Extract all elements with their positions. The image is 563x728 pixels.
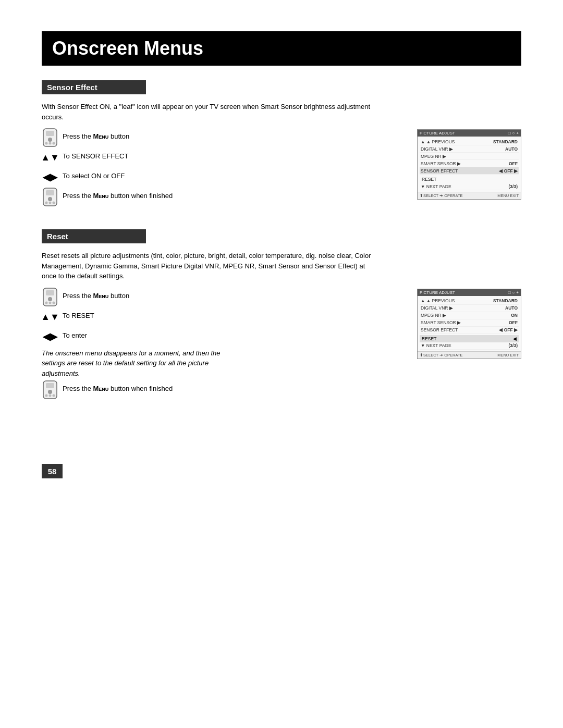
tv-row-r-mpeg-nr: MPEG NR ▶ ON	[420, 312, 519, 319]
tv-row-r-previous: ▲ PREVIOUS STANDARD	[420, 298, 519, 305]
svg-point-21	[45, 394, 48, 397]
svg-point-23	[53, 394, 55, 397]
tv-screen-header-reset: PICTURE ADJUST □ ○ +	[418, 289, 521, 296]
svg-point-4	[49, 142, 52, 145]
svg-point-10	[49, 202, 52, 204]
step-text-2: To SENSOR EFFECT	[63, 149, 128, 162]
svg-point-15	[45, 301, 48, 304]
tv-row-r-smart-sensor: SMART SENSOR ▶ OFF	[420, 319, 519, 327]
tv-icon-3: +	[516, 131, 519, 135]
tv-screen-sensor-effect: PICTURE ADJUST □ ○ + ▲ PREVIOUS STANDARD…	[417, 129, 521, 200]
sensor-effect-header: Sensor Effect	[42, 80, 146, 94]
step-row: ▲▼ To SENSOR EFFECT	[42, 149, 401, 166]
tv-screen-body: ▲ PREVIOUS STANDARD DIGITAL VNR ▶ AUTO M…	[418, 137, 521, 192]
tv-screen-body-reset: ▲ PREVIOUS STANDARD DIGITAL VNR ▶ AUTO M…	[418, 296, 521, 351]
tv-reset-row-highlighted: RESET ◀	[420, 335, 519, 342]
remote-icon-2	[42, 189, 58, 205]
reset-header: Reset	[42, 229, 146, 243]
leftright-arrow-icon-1: ◀▶	[42, 169, 58, 186]
step-text-4: Press the Menu button when finished	[63, 189, 173, 201]
page-number: 58	[42, 464, 63, 478]
step-text-7: To enter	[63, 328, 87, 341]
svg-rect-19	[46, 383, 54, 388]
svg-point-8	[48, 197, 52, 201]
step-text-5: Press the Menu button	[63, 289, 129, 301]
step-text-8: Press the Menu button when finished	[63, 381, 173, 394]
svg-point-2	[48, 138, 52, 142]
remote-icon-3	[42, 289, 58, 305]
svg-point-11	[53, 202, 55, 204]
tv-header-icons-reset: □ ○ +	[508, 290, 519, 295]
reset-section: Reset Reset resets all picture adjustmen…	[42, 229, 521, 401]
step-text-3: To select ON or OFF	[63, 169, 125, 181]
tv-row-previous: ▲ PREVIOUS STANDARD	[420, 138, 519, 145]
sensor-effect-section: Sensor Effect With Sensor Effect ON, a "…	[42, 80, 521, 208]
svg-point-14	[48, 297, 52, 301]
tv-row-r-sensor-effect: SENSOR EFFECT ◀ OFF ▶	[420, 327, 519, 334]
step-row: ◀▶ To select ON or OFF	[42, 169, 401, 186]
tv-header-title-reset: PICTURE ADJUST	[420, 290, 455, 295]
remote-icon-4	[42, 381, 58, 398]
tv-row-digital-vnr: DIGITAL VNR ▶ AUTO	[420, 145, 519, 153]
bottom-bar: 58	[42, 433, 521, 478]
tv-reset-row: RESET	[420, 176, 519, 183]
svg-rect-1	[46, 131, 54, 136]
updown-arrow-icon-1: ▲▼	[42, 149, 58, 166]
svg-point-16	[49, 301, 52, 304]
reset-italic-text: The onscreen menu disappears for a momen…	[42, 348, 240, 379]
tv-screen-header: PICTURE ADJUST □ ○ +	[418, 130, 521, 137]
step-row: ▲▼ To RESET	[42, 309, 401, 325]
svg-point-22	[49, 394, 52, 397]
sensor-effect-description: With Sensor Effect ON, a "leaf" icon wil…	[42, 102, 375, 122]
tv-header-title: PICTURE ADJUST	[420, 131, 455, 135]
tv-row-r-digital-vnr: DIGITAL VNR ▶ AUTO	[420, 305, 519, 312]
tv-icon-2: ○	[512, 131, 515, 135]
step-row: Press the Menu button	[42, 129, 401, 146]
tv-icon-1: □	[508, 131, 511, 135]
updown-arrow-icon-2: ▲▼	[42, 309, 58, 325]
page-title: Onscreen Menus	[42, 31, 521, 66]
sensor-effect-instructions: Press the Menu button ▲▼ To SENSOR EFFEC…	[42, 129, 521, 208]
svg-point-5	[53, 142, 55, 145]
step-row: Press the Menu button	[42, 289, 401, 305]
reset-steps: Press the Menu button ▲▼ To RESET ◀▶ To …	[42, 289, 401, 402]
step-row: ◀▶ To enter	[42, 328, 401, 345]
reset-instructions: Press the Menu button ▲▼ To RESET ◀▶ To …	[42, 289, 521, 402]
svg-rect-7	[46, 190, 54, 195]
svg-point-17	[53, 301, 55, 304]
tv-row-smart-sensor: SMART SENSOR ▶ OFF	[420, 160, 519, 167]
tv-row-next-page: ▼ NEXT PAGE (3/3)	[420, 183, 519, 190]
reset-description: Reset resets all picture adjustments (ti…	[42, 251, 375, 281]
tv-row-mpeg-nr: MPEG NR ▶	[420, 153, 519, 160]
tv-header-icons: □ ○ +	[508, 131, 519, 135]
sensor-effect-steps: Press the Menu button ▲▼ To SENSOR EFFEC…	[42, 129, 401, 208]
tv-icon-r1: □	[508, 290, 511, 295]
svg-point-3	[45, 142, 48, 145]
tv-footer: ⬆SELECT ➜ OPERATE MENU EXIT	[418, 192, 521, 199]
remote-icon-1	[42, 129, 58, 146]
tv-footer-reset: ⬆SELECT ➜ OPERATE MENU EXIT	[418, 351, 521, 359]
svg-point-20	[48, 390, 52, 394]
tv-row-r-next-page: ▼ NEXT PAGE (3/3)	[420, 342, 519, 350]
tv-screen-reset: PICTURE ADJUST □ ○ + ▲ PREVIOUS STANDARD…	[417, 289, 521, 359]
tv-row-sensor-effect: SENSOR EFFECT ◀ OFF ▶	[420, 167, 519, 175]
svg-rect-13	[46, 290, 54, 295]
svg-point-9	[45, 202, 48, 204]
leftright-arrow-icon-2: ◀▶	[42, 328, 58, 345]
tv-icon-r3: +	[516, 290, 519, 295]
step-text-6: To RESET	[63, 309, 94, 321]
tv-icon-r2: ○	[512, 290, 515, 295]
step-row: Press the Menu button when finished	[42, 189, 401, 205]
step-row: Press the Menu button when finished	[42, 381, 401, 398]
step-text-1: Press the Menu button	[63, 129, 129, 142]
